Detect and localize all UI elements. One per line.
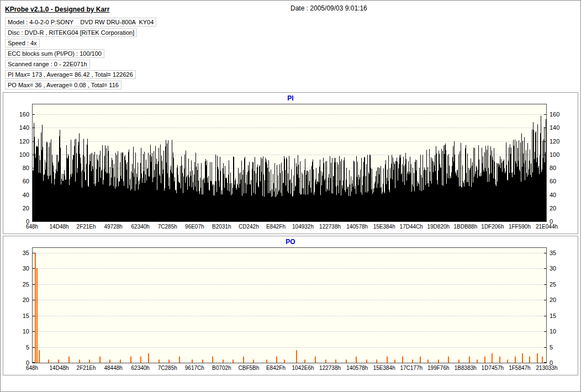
y-tick-label: 0 [550,360,553,366]
x-tick-label: 1DF206h [481,224,504,230]
x-tick-label: E842Fh [266,224,286,230]
x-tick-label: 1D7457h [482,365,504,371]
x-tick-label: CBF5Bh [239,365,260,371]
x-tick-label: E842Fh [266,365,286,371]
info-line: Scanned range : 0 - 22E071h [5,60,90,68]
x-tick-label: 62340h [131,365,150,371]
x-tick-label: 140578h [346,224,368,230]
y-tick-label: 160 [550,112,559,118]
y-tick-label: 20 [550,297,556,303]
x-tick-label: CD242h [239,224,259,230]
y-tick-label: 100 [19,152,29,158]
y-tick-label: 10 [550,329,556,335]
info-line: ECC blocks sum (PI/PO) : 100/100 [5,49,104,58]
y-tick-label: 60 [550,178,556,184]
pi-plot-column: 648h14D48h2F21Eh49728h62340h7C285h96E07h… [32,104,547,232]
po-chart-title: PO [3,237,578,247]
x-tick-label: 2F21Eh [77,224,96,230]
x-tick-label: 1B8383h [455,365,477,371]
header: KProbe v2.1.0 - Designed by Karr Date : … [1,1,580,91]
info-line: Speed : 4x [5,39,40,47]
x-tick-label: 199F76h [427,365,449,371]
y-tick-label: 35 [550,250,556,256]
y-tick-label: 160 [19,112,29,118]
pi-y-axis-right: 020406080100120140160 [547,104,578,232]
x-tick-label: 104932h [292,224,314,230]
x-tick-label: 648h [26,365,38,371]
y-tick-label: 120 [19,139,29,145]
info-line: PO Max= 36 , Average= 0.08 , Total= 116 [5,81,122,89]
pi-chart-area: 020406080100120140160 648h14D48h2F21Eh49… [3,104,578,232]
y-tick-label: 80 [550,165,556,171]
pi-y-axis-left: 020406080100120140160 [3,104,32,232]
info-line: Disc : DVD-R , RITEKG04 [RiTEK Corporati… [5,28,137,37]
po-chart-panel: PO 05101520253035 648h14D48h2F21Eh48448h… [3,236,578,375]
x-tick-label: 1BDB88h [453,224,477,230]
y-tick-label: 15 [550,313,556,319]
po-y-axis-left: 05101520253035 [3,247,32,373]
po-x-axis-labels: 648h14D48h2F21Eh48448h62340h7C285h9617Ch… [32,365,547,373]
y-tick-label: 120 [550,139,559,145]
po-plot-column: 648h14D48h2F21Eh48448h62340h7C285h9617Ch… [32,247,547,373]
y-tick-label: 30 [550,266,556,272]
y-tick-label: 40 [550,192,556,198]
x-tick-label: 96E07h [185,224,204,230]
po-plot-canvas [32,247,547,363]
x-tick-label: 7C285h [158,224,177,230]
x-tick-label: 17C177h [400,365,422,371]
po-y-axis-right: 05101520253035 [547,247,578,373]
y-tick-label: 140 [550,125,559,131]
y-tick-label: 40 [23,192,29,198]
x-tick-label: 15E384h [373,365,395,371]
x-tick-label: 7C285h [158,365,177,371]
y-tick-label: 60 [23,178,29,184]
x-tick-label: 14D48h [50,224,69,230]
x-tick-label: 1F5847h [509,365,530,371]
pi-x-axis-labels: 648h14D48h2F21Eh49728h62340h7C285h96E07h… [32,224,547,232]
x-tick-label: B0702h [212,365,231,371]
y-tick-label: 80 [23,165,29,171]
po-chart-area: 05101520253035 648h14D48h2F21Eh48448h623… [3,247,578,373]
x-tick-label: 122738h [319,224,341,230]
y-tick-label: 100 [550,152,559,158]
pi-chart-title: PI [3,93,578,104]
scan-date: Date : 2005/09/03 9:01:16 [290,4,367,12]
y-tick-label: 25 [23,282,29,288]
y-tick-label: 25 [550,282,556,288]
x-tick-label: 48448h [104,365,122,371]
y-tick-label: 15 [23,313,29,319]
scan-info: Model : 4-0-2-0 P:SONY DVD RW DRU-800A K… [5,18,576,89]
y-tick-label: 30 [23,266,29,272]
x-tick-label: 49728h [104,224,122,230]
x-tick-label: 648h [26,224,38,230]
pi-plot-canvas [32,104,547,222]
pi-chart-panel: PI 020406080100120140160 648h14D48h2F21E… [3,92,578,234]
y-tick-label: 20 [550,205,556,211]
y-tick-label: 140 [19,125,29,131]
x-tick-label: B2031h [212,224,231,230]
x-tick-label: 1042E6h [292,365,314,371]
x-tick-label: 140578h [346,365,368,371]
x-tick-label: 62340h [131,224,150,230]
y-tick-label: 10 [23,329,29,335]
info-line: Model : 4-0-2-0 P:SONY DVD RW DRU-800A K… [5,18,156,27]
x-tick-label: 122738h [319,365,341,371]
x-tick-label: 14D48h [50,365,69,371]
x-tick-label: 2F21Eh [77,365,96,371]
x-tick-label: 19D820h [427,224,450,230]
x-tick-label: 15E384h [373,224,395,230]
app-title: KProbe v2.1.0 - Designed by Karr [5,6,109,13]
info-line: PI Max= 173 , Average= 86.42 , Total= 12… [5,70,136,79]
y-tick-label: 5 [550,345,553,351]
y-tick-label: 20 [23,297,29,303]
y-tick-label: 0 [550,219,553,225]
x-tick-label: 1FF590h [509,224,531,230]
y-tick-label: 20 [23,205,29,211]
y-tick-label: 35 [23,250,29,256]
x-tick-label: 17D44Ch [400,224,423,230]
x-tick-label: 9617Ch [185,365,204,371]
y-tick-label: 5 [26,345,29,351]
